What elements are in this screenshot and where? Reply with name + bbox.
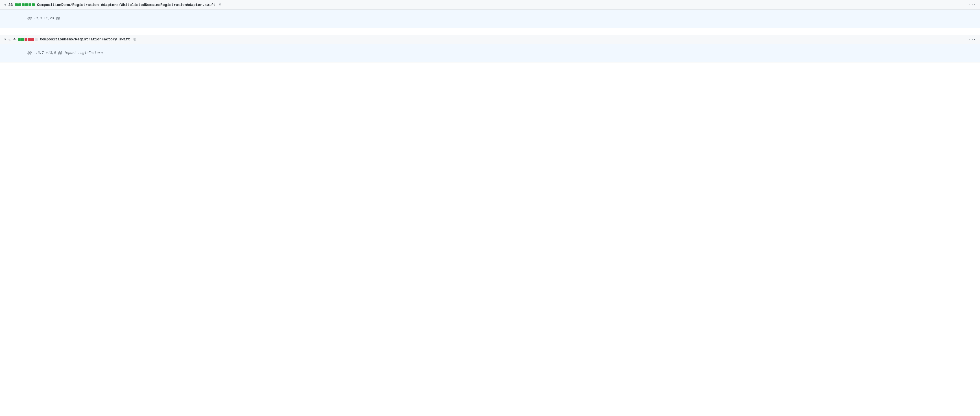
file1-container: ∨ 23 CompositionDemo/Registration Adapte… <box>0 0 980 28</box>
f2-stat-6 <box>35 38 38 41</box>
diff-viewer: ∨ 23 CompositionDemo/Registration Adapte… <box>0 0 980 62</box>
file1-path: CompositionDemo/Registration Adapters/Wh… <box>37 3 215 7</box>
file1-hunk-text: @@ -0,0 +1,23 @@ <box>0 10 980 28</box>
stat-block-4 <box>25 3 28 6</box>
file1-line-count: 23 <box>8 3 13 7</box>
file2-stat-blocks <box>18 38 38 41</box>
file1-more-options[interactable]: ··· <box>969 3 976 7</box>
file2-container: ∨ ⇅ 4 CompositionDemo/RegistrationFactor… <box>0 35 980 63</box>
file2-header: ∨ ⇅ 4 CompositionDemo/RegistrationFactor… <box>0 35 980 44</box>
file2-swap-icon: ⇅ <box>8 37 11 42</box>
file2-path: CompositionDemo/RegistrationFactory.swif… <box>40 37 130 41</box>
stat-block-1 <box>15 3 18 6</box>
file1-diff-table: @@ -0,0 +1,23 @@ <box>0 9 980 28</box>
file2-line-count: 4 <box>13 37 16 41</box>
copy-icon-file2[interactable]: ⎘ <box>134 38 135 41</box>
file2-hunk-header: @@ -13,7 +13,9 @@ import LoginFeature <box>0 44 980 62</box>
file1-header: ∨ 23 CompositionDemo/Registration Adapte… <box>0 0 980 9</box>
file2-more-options[interactable]: ··· <box>969 37 976 42</box>
f2-stat-5 <box>31 38 34 41</box>
file2-chevron[interactable]: ∨ <box>4 38 6 41</box>
file2-split-table: @@ -13,7 +13,9 @@ import LoginFeature <box>0 44 980 63</box>
file1-chevron[interactable]: ∨ <box>4 3 6 7</box>
f2-stat-3 <box>25 38 27 41</box>
stat-block-6 <box>32 3 35 6</box>
file1-stat-blocks <box>15 3 35 6</box>
file2-hunk-text: @@ -13,7 +13,9 @@ import LoginFeature <box>0 44 980 62</box>
stat-block-5 <box>29 3 31 6</box>
f2-stat-2 <box>21 38 24 41</box>
f2-stat-4 <box>28 38 31 41</box>
stat-block-2 <box>18 3 21 6</box>
f2-stat-1 <box>18 38 21 41</box>
stat-block-3 <box>22 3 25 6</box>
copy-icon-file1[interactable]: ⎘ <box>219 3 221 7</box>
file1-hunk-header: @@ -0,0 +1,23 @@ <box>0 10 980 28</box>
